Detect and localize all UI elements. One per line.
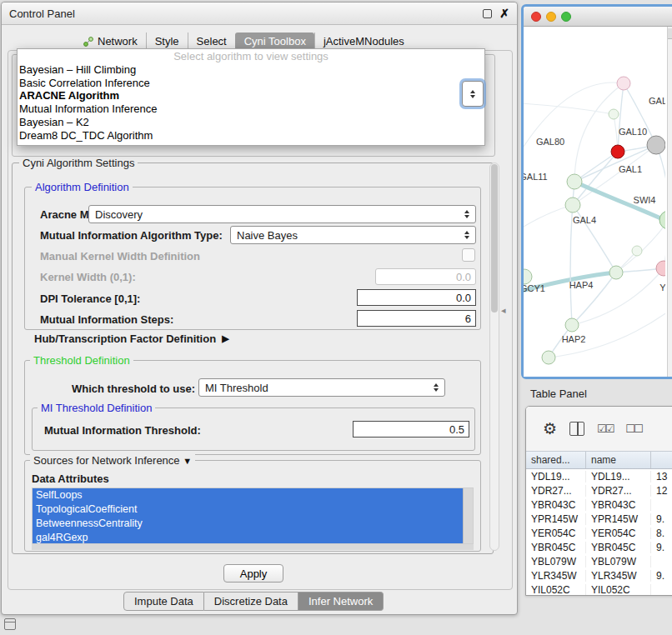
hub-transcription-factor-toggle[interactable]: Hub/Transcription Factor Definition ▶ xyxy=(34,332,229,345)
attributes-vertical-scrollbar[interactable] xyxy=(463,488,473,543)
table-row[interactable]: YBR043CYBR043C xyxy=(526,498,672,512)
node-label: GCY1 xyxy=(524,283,545,293)
threshold-definition-group: Threshold Definition Which threshold to … xyxy=(24,360,481,455)
algorithm-option[interactable]: Dream8 DC_TDC Algorithm xyxy=(18,129,484,142)
panel-collapse-icon[interactable]: ◂ xyxy=(501,305,506,316)
network-vertical-scrollbar[interactable] xyxy=(667,27,672,377)
aracne-mode-value: Discovery xyxy=(95,208,143,221)
tab-select[interactable]: Select xyxy=(188,32,235,50)
sources-title[interactable]: Sources for Network Inference ▼ xyxy=(30,454,195,467)
network-node-green-top-small[interactable] xyxy=(609,109,619,119)
network-node-pink-right[interactable] xyxy=(656,261,665,276)
tab-style[interactable]: Style xyxy=(146,32,188,50)
tab-discretize-data[interactable]: Discretize Data xyxy=(204,592,298,611)
close-icon[interactable]: ✗ xyxy=(499,8,509,19)
network-node-gray[interactable] xyxy=(647,136,665,154)
network-node-hap4[interactable] xyxy=(609,266,623,279)
minimize-traffic-light-icon[interactable] xyxy=(546,12,556,22)
panel-dock-icon[interactable] xyxy=(4,618,16,630)
network-node-bottom-green[interactable] xyxy=(542,351,555,364)
aracne-mode-select[interactable]: Discovery xyxy=(88,205,476,223)
algorithm-combobox-stepper[interactable] xyxy=(462,81,484,107)
stepper-icon xyxy=(470,90,475,98)
table-panel-window: ⚙ ☑☑ ☐☐ shared... name YDL19...YDL19...1… xyxy=(525,406,672,596)
table-cell: YPR145W xyxy=(586,513,651,525)
deselect-columns-icon[interactable]: ☐☐ xyxy=(625,422,641,435)
kernel-width-field[interactable]: 0.0 xyxy=(375,268,476,285)
algorithm-option[interactable]: ARACNE Algorithm xyxy=(18,89,484,102)
table-row[interactable]: YBR045CYBR045C9. xyxy=(526,540,672,554)
table-row[interactable]: YBL079WYBL079W xyxy=(526,554,672,568)
node-label: GAL11 xyxy=(524,172,548,182)
table-row[interactable]: YIL052CYIL052C xyxy=(526,582,672,596)
network-view-window: GALGAL80GAL10GAL11GAL1SWI4GAL4GCY1HAP4HA… xyxy=(521,4,672,379)
network-node-right-green[interactable] xyxy=(659,211,665,229)
network-window-titlebar[interactable] xyxy=(524,7,672,27)
algorithm-option[interactable]: Basic Correlation Inference xyxy=(18,77,484,90)
panel-title: Control Panel xyxy=(9,8,75,20)
select-columns-icon[interactable]: ☑☑ xyxy=(597,422,613,435)
table-row[interactable]: YLR345WYLR345W9. xyxy=(526,568,672,582)
control-panel-tabs: Network Style Select Cyni Toolbox jActiv… xyxy=(75,32,413,50)
float-window-icon[interactable] xyxy=(483,9,492,18)
network-tab-icon xyxy=(83,37,93,47)
algorithm-option[interactable]: Bayesian – K2 xyxy=(18,116,484,129)
table-row[interactable]: YER054CYER054C8. xyxy=(526,526,672,540)
control-panel-titlebar: Control Panel ✗ xyxy=(2,2,517,25)
attributes-horizontal-scrollbar[interactable] xyxy=(32,544,474,550)
table-row[interactable]: YDR27...YDR27...12 xyxy=(526,483,672,498)
network-edge xyxy=(524,205,573,227)
close-traffic-light-icon[interactable] xyxy=(531,12,541,22)
which-threshold-select[interactable]: MI Threshold xyxy=(198,378,445,397)
control-panel-window: Control Panel ✗ Network Style Select Cyn… xyxy=(1,2,518,615)
mi-steps-field[interactable]: 6 xyxy=(357,310,476,327)
mi-algorithm-type-select[interactable]: Naive Bayes xyxy=(230,226,476,244)
column-header-name[interactable]: name xyxy=(586,452,651,468)
data-attribute-item[interactable]: TopologicalCoefficient xyxy=(33,502,463,517)
mi-threshold-definition-title: MI Threshold Definition xyxy=(38,402,155,414)
columns-icon[interactable] xyxy=(569,422,584,436)
network-node-red[interactable] xyxy=(611,145,624,158)
apply-button[interactable]: Apply xyxy=(223,564,283,582)
table-cell: YER054C xyxy=(586,528,651,539)
settings-scrollbar[interactable] xyxy=(489,162,499,551)
table-row[interactable]: YPR145WYPR145W9. xyxy=(526,512,672,526)
data-attribute-item[interactable]: SelfLoops xyxy=(33,488,463,502)
tab-jactivemnodules[interactable]: jActiveMNodules xyxy=(314,32,413,50)
cyni-algorithm-settings-group: Cyni Algorithm Settings Algorithm Defini… xyxy=(12,162,494,554)
mi-threshold-field[interactable]: 0.5 xyxy=(353,421,469,438)
table-cell: YPR145W xyxy=(526,513,586,525)
network-node-pink-top[interactable] xyxy=(617,77,630,90)
network-canvas[interactable]: GALGAL80GAL10GAL11GAL1SWI4GAL4GCY1HAP4HA… xyxy=(524,27,672,377)
network-node-gal11[interactable] xyxy=(567,174,582,189)
kernel-width-label: Kernel Width (0,1): xyxy=(40,271,136,283)
scrollbar-thumb[interactable] xyxy=(491,164,498,312)
tab-infer-network[interactable]: Infer Network xyxy=(298,592,384,611)
tab-label: Network xyxy=(98,35,138,48)
network-node-mid-small[interactable] xyxy=(632,246,642,256)
column-header-extra[interactable] xyxy=(651,452,672,468)
network-node-gcy1[interactable] xyxy=(524,269,532,284)
algorithm-dropdown-popup: Select algorithm to view settings Bayesi… xyxy=(17,48,485,146)
table-body: YDL19...YDL19...13YDR27...YDR27...12YBR0… xyxy=(526,469,672,596)
network-node-hap2[interactable] xyxy=(565,318,579,332)
scroll-up-button[interactable] xyxy=(668,28,672,39)
mi-algorithm-type-value: Naive Bayes xyxy=(237,229,298,242)
node-label: GAL10 xyxy=(619,127,647,137)
zoom-traffic-light-icon[interactable] xyxy=(561,12,571,22)
data-attribute-item[interactable]: gal4RGexp xyxy=(33,531,463,544)
column-header-shared[interactable]: shared... xyxy=(526,452,586,468)
window-controls: ✗ xyxy=(483,8,509,19)
tab-cyni-toolbox[interactable]: Cyni Toolbox xyxy=(235,32,314,50)
tab-impute-data[interactable]: Impute Data xyxy=(123,592,204,611)
tab-network[interactable]: Network xyxy=(75,32,146,50)
network-node-gal4[interactable] xyxy=(565,198,580,212)
manual-kernel-width-checkbox[interactable] xyxy=(462,248,475,262)
data-attribute-item[interactable]: BetweennessCentrality xyxy=(33,517,463,531)
table-row[interactable]: YDL19...YDL19...13 xyxy=(526,469,672,483)
algorithm-option[interactable]: Bayesian – Hill Climbing xyxy=(18,63,484,77)
data-attributes-list[interactable]: SelfLoopsTopologicalCoefficientBetweenne… xyxy=(32,488,474,544)
dpi-tolerance-field[interactable]: 0.0 xyxy=(357,289,476,306)
gear-icon[interactable]: ⚙ xyxy=(543,421,557,437)
algorithm-option[interactable]: Mutual Information Inference xyxy=(18,102,484,116)
